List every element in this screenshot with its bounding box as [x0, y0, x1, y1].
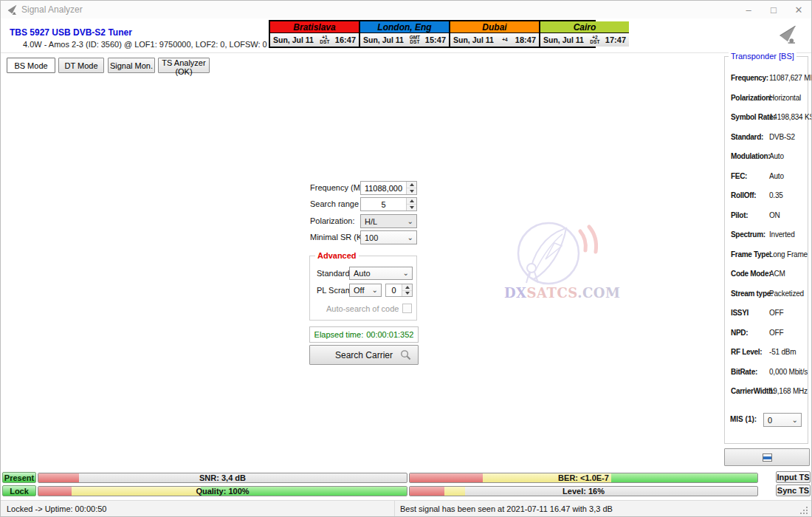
ber-bar-text: BER: <1.0E-7: [410, 473, 757, 482]
tab-bs-mode[interactable]: BS Mode: [7, 58, 55, 73]
device-title: TBS 5927 USB DVB-S2 Tuner: [10, 27, 132, 38]
tab-signal-mon[interactable]: Signal Mon.: [108, 58, 155, 73]
tp-label: Spectrum:: [731, 230, 765, 239]
resize-grip-icon[interactable]: [806, 507, 808, 508]
elapsed-time-box: Elapsed time: 00:00:01:352: [309, 326, 419, 343]
spin-up-icon[interactable]: [407, 198, 416, 205]
tp-label: Stream type:: [731, 290, 773, 298]
status-bar: Locked -> Uptime: 00:00:50 Best signal h…: [1, 500, 811, 517]
tp-label: Modulation:: [731, 152, 770, 160]
pl-code-value-input[interactable]: [386, 284, 402, 296]
watermark-text: DXSATCS.COM: [504, 285, 605, 301]
spin-down-icon[interactable]: [407, 188, 416, 194]
sync-ts-button[interactable]: Sync TS: [776, 485, 811, 496]
tp-value: ACM: [769, 270, 785, 278]
report-button[interactable]: [724, 448, 810, 466]
mis-select[interactable]: 0 ⌄: [763, 413, 802, 427]
present-indicator[interactable]: Present: [2, 472, 36, 483]
tp-value: Auto: [769, 152, 784, 160]
advanced-legend: Advanced: [315, 251, 359, 260]
pl-scrambling-select[interactable]: Off ⌄: [349, 284, 382, 297]
tp-label: Pilot:: [731, 211, 748, 219]
chevron-down-icon: ⌄: [403, 269, 409, 277]
tp-label: RF Level:: [731, 348, 762, 356]
clock-bratislava: Bratislava Sun, Jul 11 +1 DST 16:47: [270, 21, 360, 47]
pl-code-spinner[interactable]: [402, 284, 412, 296]
autosearch-checkbox[interactable]: [402, 304, 412, 313]
clock-dubai: Dubai Sun, Jul 11 +4 18:47: [450, 21, 540, 47]
tp-value: Packetized: [769, 290, 804, 298]
transponder-legend: Transponder [BS]: [729, 52, 796, 61]
report-icon: [763, 453, 772, 462]
tp-value: Auto: [769, 172, 784, 180]
tp-label: Code Mode:: [731, 270, 771, 278]
clock-city: London, Eng: [360, 21, 449, 33]
spin-down-icon[interactable]: [402, 291, 412, 297]
chevron-down-icon: ⌄: [372, 286, 378, 294]
chevron-down-icon: ⌄: [792, 415, 798, 423]
frequency-input[interactable]: [360, 181, 417, 195]
clock-date: Sun, Jul 11: [453, 35, 494, 44]
tp-label: Standard:: [731, 133, 763, 141]
spin-up-icon[interactable]: [407, 182, 416, 188]
clock-offset: GMT DST: [406, 35, 424, 44]
elapsed-time-value: 00:00:01:352: [366, 330, 413, 339]
minimize-button[interactable]: –: [736, 1, 761, 18]
lock-indicator[interactable]: Lock: [2, 485, 36, 496]
header-separator: [1, 52, 811, 53]
frequency-spinner[interactable]: [406, 182, 416, 194]
close-button[interactable]: ✕: [786, 1, 811, 18]
snr-bar-text: SNR: 3,4 dB: [38, 473, 407, 482]
clock-time: 15:47: [425, 35, 446, 44]
tp-value: Horizontal: [769, 94, 801, 102]
tp-label: ISSYI: [731, 309, 749, 317]
standard-label: Standard:: [317, 269, 352, 278]
clock-london: London, Eng Sun, Jul 11 GMT DST 15:47: [360, 21, 450, 47]
clock-time: 17:47: [605, 35, 626, 44]
spin-up-icon[interactable]: [402, 284, 412, 291]
clock-offset: +4: [496, 38, 514, 42]
app-satellite-dish-icon: [7, 4, 18, 16]
statusbar-divider: [394, 501, 395, 517]
tp-label: Frame Type:: [731, 250, 771, 258]
tab-dt-mode[interactable]: DT Mode: [58, 58, 104, 73]
maximize-button[interactable]: □: [761, 1, 786, 18]
device-subtitle: 4.0W - Amos 2-3 (ID: 3560) @ LOF1: 97500…: [23, 40, 267, 49]
tp-value: DVB-S2: [769, 133, 795, 141]
transponder-groupbox: Frequency:11087,627 MHz Polarization:Hor…: [724, 56, 808, 444]
quality-bar-text: Quality: 100%: [38, 487, 407, 496]
tp-value: 11087,627 MHz: [769, 74, 812, 82]
clock-offset: +1 DST: [316, 35, 334, 44]
search-range-value-input[interactable]: [361, 198, 406, 210]
tp-value: 0,000 Mbit/s: [769, 368, 808, 376]
tp-value: Long Frame: [769, 250, 808, 258]
standard-select[interactable]: Auto ⌄: [349, 267, 413, 280]
frequency-value-input[interactable]: [361, 182, 406, 194]
status-lock-uptime: Locked -> Uptime: 00:00:50: [7, 504, 106, 513]
tp-label: BitRate:: [731, 368, 757, 376]
input-ts-button[interactable]: Input TS: [776, 471, 811, 483]
tab-ts-analyzer[interactable]: TS Analyzer (OK): [158, 58, 210, 73]
minimal-sr-select[interactable]: 100 ⌄: [360, 230, 417, 244]
tp-value: 0.35: [769, 191, 783, 199]
search-range-spinner[interactable]: [406, 198, 416, 210]
search-range-input[interactable]: [360, 197, 417, 211]
mis-label: MIS (1):: [730, 415, 757, 423]
clock-time: 18:47: [515, 35, 536, 44]
elapsed-time-label: Elapsed time:: [314, 330, 364, 339]
ber-bar: BER: <1.0E-7: [409, 473, 758, 483]
dxsatcs-watermark: DXSATCS.COM: [504, 221, 605, 302]
polarization-select[interactable]: H/L ⌄: [360, 214, 417, 228]
magnifier-icon: [400, 349, 411, 360]
search-carrier-button[interactable]: Search Carrier: [309, 345, 419, 365]
spin-down-icon[interactable]: [407, 205, 416, 210]
window-title: Signal Analyzer: [21, 4, 83, 15]
tp-value: -51 dBm: [769, 348, 796, 356]
world-clocks: Bratislava Sun, Jul 11 +1 DST 16:47 Lond…: [269, 20, 596, 48]
satellite-dish-logo: [504, 221, 605, 286]
tp-value: OFF: [769, 309, 783, 317]
clock-city: Cairo: [540, 21, 629, 33]
clock-city: Bratislava: [270, 21, 359, 33]
clock-time: 16:47: [335, 35, 356, 44]
pl-code-input[interactable]: [385, 284, 413, 297]
